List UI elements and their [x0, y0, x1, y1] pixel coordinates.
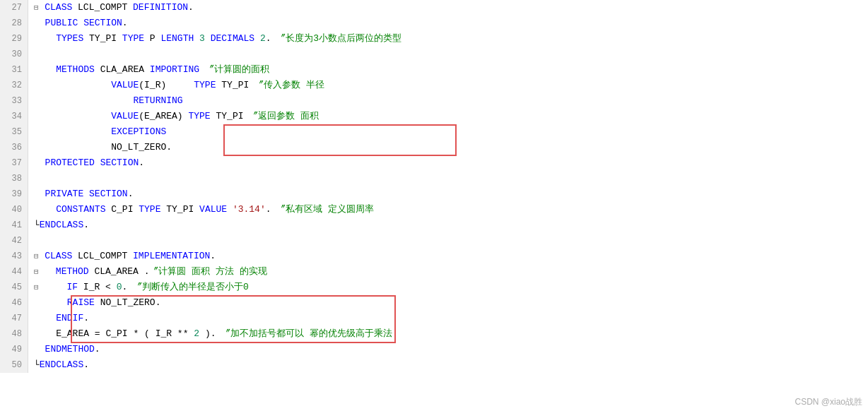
- token: TY_PI: [216, 111, 249, 121]
- token: E_AREA: [56, 328, 95, 339]
- line-number: 44: [0, 264, 28, 280]
- line-content: └ENDCLASS.: [28, 218, 868, 233]
- token: CLA_AREA: [94, 266, 143, 277]
- line-number: 47: [0, 311, 28, 326]
- token: 〞加不加括号都可以 幂的优先级高于乘法: [221, 328, 392, 339]
- token: 2: [260, 33, 266, 44]
- token: ENDCLASS: [40, 220, 83, 230]
- token: VALUE: [111, 111, 139, 121]
- token: E_AREA: [144, 111, 177, 121]
- token: .: [139, 157, 144, 168]
- token: .: [83, 220, 89, 230]
- token: TY_PI: [221, 80, 254, 90]
- collapse-icon[interactable]: ⊟: [34, 268, 43, 276]
- line-number: 27: [0, 0, 28, 16]
- line-number: 50: [0, 357, 28, 373]
- token: TYPE: [139, 204, 166, 215]
- line-number: 32: [0, 78, 28, 93]
- token: PROTECTED: [45, 157, 100, 168]
- token: METHOD: [56, 266, 95, 277]
- token: └: [34, 220, 40, 230]
- token: [45, 282, 66, 292]
- token: CONSTANTS: [56, 204, 111, 215]
- line-content: METHODS CLA_AREA IMPORTING 〞计算圆的面积: [28, 62, 868, 78]
- token: <: [105, 282, 117, 292]
- token: NO_LT_ZERO: [100, 297, 156, 308]
- token: .: [266, 204, 277, 215]
- line-content: RAISE NO_LT_ZERO.: [28, 295, 868, 311]
- code-line: 42: [0, 233, 868, 249]
- line-number: 37: [0, 155, 28, 171]
- code-line: 27⊟ CLASS LCL_COMPT DEFINITION.: [0, 0, 868, 16]
- token: TYPES: [56, 33, 89, 44]
- line-number: 34: [0, 109, 28, 124]
- token: .: [83, 359, 89, 370]
- token: [34, 328, 56, 339]
- token: .: [188, 2, 194, 13]
- token: .: [83, 313, 89, 323]
- token: METHODS: [56, 64, 100, 75]
- token: '3.14': [233, 204, 266, 215]
- code-line: 50└ENDCLASS.: [0, 357, 868, 373]
- line-number: 30: [0, 47, 28, 62]
- token: PUBLIC: [45, 18, 84, 28]
- token: ENDCLASS: [40, 359, 83, 370]
- line-number: 40: [0, 202, 28, 218]
- line-content: ENDMETHOD.: [28, 342, 868, 357]
- code-line: 37 PROTECTED SECTION.: [0, 155, 868, 171]
- line-number: 28: [0, 16, 28, 31]
- token: [34, 344, 45, 355]
- code-line: 36 NO_LT_ZERO.: [0, 140, 868, 155]
- line-content: EXCEPTIONS: [28, 124, 868, 140]
- line-number: 46: [0, 295, 28, 311]
- line-content: E_AREA = C_PI * ( I_R ** 2 ). 〞加不加括号都可以 …: [28, 326, 868, 342]
- watermark: CSDN @xiao战胜: [794, 396, 862, 408]
- token: VALUE: [199, 204, 233, 215]
- line-content: ENDIF.: [28, 311, 868, 326]
- token: LENGTH: [160, 33, 199, 44]
- token: C_PI: [105, 328, 133, 339]
- line-number: 43: [0, 249, 28, 264]
- token: .: [210, 251, 216, 261]
- token: [34, 142, 111, 153]
- token: ).: [205, 328, 221, 339]
- collapse-icon[interactable]: ⊟: [34, 4, 43, 12]
- token: [34, 204, 56, 215]
- line-number: 36: [0, 140, 28, 155]
- code-line: 39 PRIVATE SECTION.: [0, 186, 868, 202]
- token: VALUE: [111, 80, 139, 90]
- token: I_R: [144, 80, 160, 90]
- token: CLASS: [45, 251, 78, 261]
- token: ): [177, 111, 189, 121]
- token: [34, 297, 67, 308]
- collapse-icon[interactable]: ⊟: [34, 283, 43, 292]
- token: └: [34, 359, 40, 370]
- line-content: PUBLIC SECTION.: [28, 16, 868, 31]
- code-line: 46 RAISE NO_LT_ZERO.: [0, 295, 868, 311]
- line-content: TYPES TY_PI TYPE P LENGTH 3 DECIMALS 2. …: [28, 31, 868, 47]
- token: NO_LT_ZERO: [111, 142, 166, 153]
- line-content: ⊟ IF I_R < 0. 〞判断传入的半径是否小于0: [28, 280, 868, 295]
- code-line: 30: [0, 47, 868, 62]
- token: [34, 313, 56, 323]
- line-number: 45: [0, 280, 28, 295]
- token: CLA_AREA: [100, 64, 150, 75]
- collapse-icon[interactable]: ⊟: [34, 252, 43, 261]
- code-line: 38: [0, 171, 868, 186]
- code-line: 33 RETURNING: [0, 93, 868, 109]
- token: 2: [194, 328, 205, 339]
- token: C_PI: [111, 204, 139, 215]
- code-line: 32 VALUE(I_R) TYPE TY_PI 〞传入参数 半径: [0, 78, 868, 93]
- token: I_R: [83, 282, 105, 292]
- token: P: [150, 33, 161, 44]
- line-content: VALUE(I_R) TYPE TY_PI 〞传入参数 半径: [28, 78, 868, 93]
- token: RETURNING: [67, 95, 183, 106]
- code-editor: 27⊟ CLASS LCL_COMPT DEFINITION.28 PUBLIC…: [0, 0, 868, 411]
- token: LCL_COMPT: [78, 2, 133, 13]
- token: 〞私有区域 定义圆周率: [276, 204, 374, 215]
- token: [34, 111, 111, 121]
- token: .: [128, 189, 134, 199]
- line-content: └ENDCLASS.: [28, 357, 868, 373]
- token: 3: [199, 33, 211, 44]
- token: ENDMETHOD: [45, 344, 95, 355]
